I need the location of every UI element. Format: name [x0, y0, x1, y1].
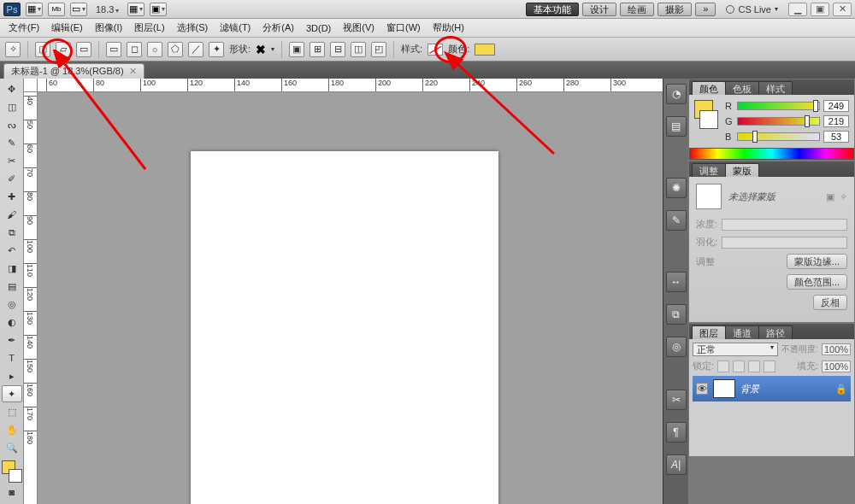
workspace-paint[interactable]: 绘画 [620, 3, 654, 16]
window-close-icon[interactable]: ✕ [833, 3, 852, 16]
menu-layer[interactable]: 图层(L) [129, 20, 169, 36]
shape-ellipse-icon[interactable]: ○ [147, 42, 162, 57]
panel-bg-color[interactable] [699, 110, 718, 129]
menu-edit[interactable]: 编辑(E) [46, 20, 88, 36]
history-panel-icon[interactable]: ◔ [666, 84, 687, 104]
marquee-tool-icon[interactable]: ◫ [2, 98, 22, 115]
char-panel-icon[interactable]: ¶ [666, 422, 687, 442]
blend-mode-select[interactable]: 正常 ▾ [693, 343, 778, 356]
mode-path[interactable]: ▱ [56, 42, 71, 57]
eyedropper-tool-icon[interactable]: ✐ [2, 170, 22, 187]
lock-transparent-icon[interactable] [717, 360, 729, 372]
shape-rect-icon[interactable]: ▭ [106, 42, 121, 57]
invert-button[interactable]: 反相 [813, 295, 847, 310]
lock-pixels-icon[interactable] [733, 360, 745, 372]
zoom-level[interactable]: 18.3 [92, 4, 122, 15]
minibridge-icon[interactable]: Mb [48, 3, 65, 16]
type-tool-icon[interactable]: T [2, 349, 22, 366]
shape-custom-icon[interactable]: ✦ [209, 42, 224, 57]
path-exclude-icon[interactable]: ◰ [371, 42, 386, 57]
hand-tool-icon[interactable]: ✋ [2, 421, 22, 438]
workspace-photo[interactable]: 摄影 [657, 3, 692, 16]
cslive-button[interactable]: CS Live▾ [726, 4, 778, 15]
dodge-tool-icon[interactable]: ◐ [2, 314, 22, 331]
menu-3d[interactable]: 3D(D) [301, 21, 336, 35]
tab-paths[interactable]: 路径 [758, 325, 793, 339]
b-slider[interactable] [737, 132, 820, 141]
history-brush-tool-icon[interactable]: ↶ [2, 242, 22, 259]
layer-thumbnail[interactable] [713, 379, 735, 398]
tab-channels[interactable]: 通道 [725, 325, 759, 339]
style-picker[interactable] [428, 44, 443, 56]
tab-styles[interactable]: 样式 [758, 81, 793, 95]
shape-preview[interactable]: ✖ [256, 43, 266, 56]
shape-roundrect-icon[interactable]: ◻ [127, 42, 142, 57]
nav-panel-icon[interactable]: ◎ [666, 337, 687, 357]
quick-select-tool-icon[interactable]: ✎ [2, 134, 22, 151]
tab-layers[interactable]: 图层 [692, 325, 726, 339]
mode-shape-layer[interactable]: ▢ [35, 42, 50, 57]
tab-mask[interactable]: 蒙版 [725, 163, 759, 177]
workspace-basic[interactable]: 基本功能 [526, 3, 579, 16]
shape-line-icon[interactable]: ／ [188, 42, 203, 57]
r-value[interactable]: 249 [823, 100, 849, 112]
arrange-docs-icon[interactable]: ▦ [127, 3, 144, 16]
brush-tool-icon[interactable]: 🖌 [2, 206, 22, 223]
fill-value[interactable]: 100% [822, 360, 851, 372]
b-value[interactable]: 53 [823, 131, 849, 143]
window-restore-icon[interactable]: ▣ [811, 3, 829, 16]
lock-position-icon[interactable] [748, 360, 760, 372]
mode-fill-pixels[interactable]: ▭ [76, 42, 91, 57]
path-intersect-icon[interactable]: ◫ [351, 42, 366, 57]
color-swatches[interactable] [2, 460, 22, 483]
g-value[interactable]: 219 [823, 115, 849, 127]
document-tab[interactable]: 未标题-1 @ 18.3%(RGB/8) ✕ [3, 63, 144, 79]
menu-filter[interactable]: 滤镜(T) [215, 20, 256, 36]
pen-tool-icon[interactable]: ✒ [2, 331, 22, 349]
screen-mode-icon[interactable]: ▭ [70, 3, 87, 16]
color-spectrum[interactable] [689, 148, 854, 160]
stamp-tool-icon[interactable]: ⧉ [2, 224, 22, 241]
brushpresets-panel-icon[interactable]: ✎ [666, 210, 687, 231]
ruler-vertical[interactable]: 405060708090100110120130140150160170180 [24, 92, 38, 504]
clone-panel-icon[interactable]: ⧉ [666, 304, 687, 325]
color-range-button[interactable]: 颜色范围... [787, 274, 847, 290]
para-panel-icon[interactable]: A| [666, 454, 687, 475]
layer-background[interactable]: 👁 背景 🔒 [693, 376, 851, 401]
close-tab-icon[interactable]: ✕ [129, 66, 137, 77]
path-new-icon[interactable]: ▣ [289, 42, 304, 57]
menu-view[interactable]: 视图(V) [338, 20, 380, 36]
vector-mask-icon[interactable]: ✧ [840, 191, 847, 202]
workspace-design[interactable]: 设计 [582, 3, 616, 16]
r-slider[interactable] [737, 102, 820, 110]
bridge-icon[interactable]: ▦ [26, 3, 43, 16]
window-minimize-icon[interactable]: ▁ [788, 3, 807, 16]
opacity-value[interactable]: 100% [822, 343, 851, 355]
tool-preset-icon[interactable]: ✧ [5, 42, 21, 57]
extras-icon[interactable]: ▣ [150, 3, 167, 16]
swatches-panel-icon[interactable]: ↔ [666, 272, 687, 292]
shape-polygon-icon[interactable]: ⬠ [168, 42, 183, 57]
lock-all-icon[interactable] [764, 360, 775, 372]
menu-help[interactable]: 帮助(H) [428, 20, 469, 36]
path-select-tool-icon[interactable]: ▸ [2, 367, 22, 384]
g-slider[interactable] [737, 117, 820, 126]
menu-file[interactable]: 文件(F) [3, 20, 44, 36]
visibility-icon[interactable]: 👁 [696, 383, 708, 395]
blur-tool-icon[interactable]: ◎ [2, 296, 22, 313]
workspace-more[interactable]: » [695, 3, 716, 16]
layer-name[interactable]: 背景 [740, 383, 759, 396]
actions-panel-icon[interactable]: ▤ [666, 116, 687, 137]
gradient-tool-icon[interactable]: ▤ [2, 278, 22, 295]
tab-swatches[interactable]: 色板 [725, 81, 759, 95]
document-canvas[interactable] [191, 151, 498, 504]
tab-adjust[interactable]: 调整 [692, 163, 726, 177]
fill-color-swatch[interactable] [475, 44, 495, 56]
eraser-tool-icon[interactable]: ◨ [2, 260, 22, 277]
menu-window[interactable]: 窗口(W) [381, 20, 426, 36]
zoom-tool-icon[interactable]: 🔍 [2, 439, 22, 456]
ps-logo-icon[interactable]: Ps [3, 3, 21, 16]
menu-image[interactable]: 图像(I) [90, 20, 127, 36]
move-tool-icon[interactable]: ✥ [2, 80, 22, 97]
path-add-icon[interactable]: ⊞ [310, 42, 325, 57]
